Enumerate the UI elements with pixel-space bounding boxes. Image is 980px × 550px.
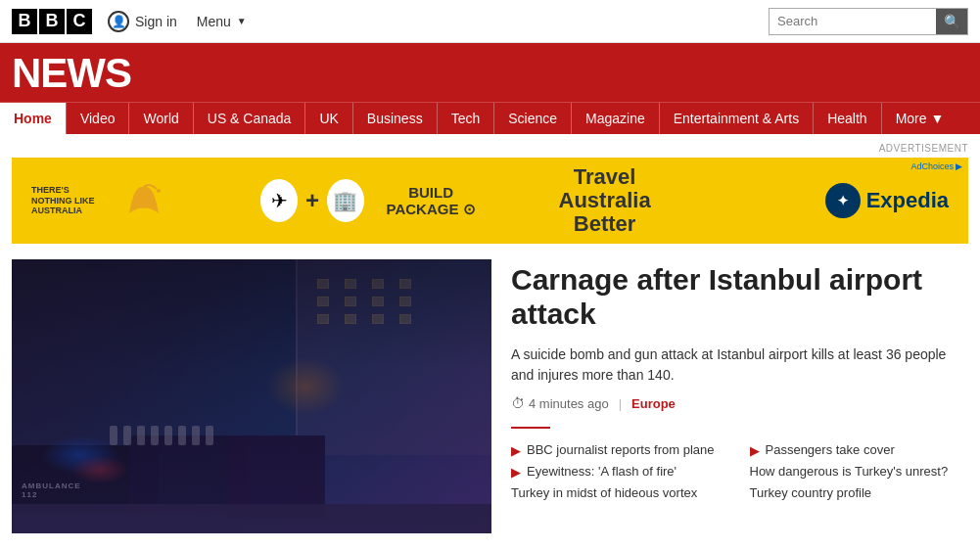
main-content: AMBULANCE112 Carnage after Istanbul airp… [0, 259, 980, 533]
ad-banner[interactable]: AdChoices ▶ THERE'S NOTHING LIKE AUSTRAL… [12, 158, 968, 244]
ad-label: ADVERTISEMENT [879, 143, 968, 154]
search-box: 🔍 [769, 8, 968, 35]
article-link-3[interactable]: How dangerous is Turkey's unrest? [750, 464, 969, 480]
nav-link-world[interactable]: World [129, 103, 192, 134]
article-link-text-0: BBC journalist reports from plane [527, 442, 714, 457]
ad-choices[interactable]: AdChoices ▶ [910, 161, 962, 171]
nav-item-tech[interactable]: Tech [437, 103, 494, 134]
article-meta: ⏱ 4 minutes ago | Europe [511, 395, 968, 411]
nav-link-us-canada[interactable]: US & Canada [194, 103, 305, 134]
nav-link-uk[interactable]: UK [305, 103, 351, 134]
play-icon-1: ▶ [750, 443, 760, 458]
nav-item-more[interactable]: More ▼ [881, 103, 958, 134]
article-text: Carnage after Istanbul airport attack A … [511, 259, 968, 533]
article-link-text-1: Passengers take cover [766, 442, 895, 457]
article-time: ⏱ 4 minutes ago [511, 395, 609, 411]
article-links: ▶ BBC journalist reports from plane ▶ Pa… [511, 442, 968, 500]
expedia-circle-icon: ✦ [825, 183, 861, 218]
nav-link-more[interactable]: More ▼ [882, 103, 958, 134]
ad-nothing-like-text: THERE'S NOTHING LIKE AUSTRALIA [31, 185, 110, 216]
news-title: NEWS [12, 53, 968, 94]
top-bar: B B C 👤 Sign in Menu ▼ 🔍 [0, 0, 980, 43]
bbc-block-b1: B [12, 9, 37, 34]
building-icon: 🏢 [327, 179, 364, 222]
menu-arrow-icon: ▼ [237, 16, 247, 26]
more-chevron-icon: ▼ [931, 111, 945, 126]
scene-overlay [12, 259, 491, 533]
nav-item-health[interactable]: Health [813, 103, 880, 134]
article-link-text-3: How dangerous is Turkey's unrest? [750, 464, 949, 479]
nav-link-entertainment[interactable]: Entertainment & Arts [660, 103, 813, 134]
nav-item-uk[interactable]: UK [304, 103, 351, 134]
nav-link-business[interactable]: Business [353, 103, 437, 134]
travel-text: TravelAustraliaBetter [490, 165, 720, 237]
nav-item-us-canada[interactable]: US & Canada [193, 103, 305, 134]
nav-item-business[interactable]: Business [352, 103, 437, 134]
build-package-text: BUILD PACKAGE ⊙ [372, 184, 490, 218]
nav-link-home[interactable]: Home [0, 103, 66, 134]
svg-point-0 [157, 189, 161, 193]
expedia-name: Expedia [866, 188, 949, 213]
scene: AMBULANCE112 [12, 259, 491, 533]
expedia-logo: ✦ Expedia [825, 183, 949, 218]
ad-container: ADVERTISEMENT [0, 134, 980, 158]
nav-bar: Home Video World US & Canada UK Business… [0, 102, 980, 134]
europe-link[interactable]: Europe [631, 396, 676, 411]
article-link-text-5: Turkey country profile [750, 485, 872, 500]
australia-logo [119, 179, 168, 223]
more-label: More [896, 111, 927, 126]
article-link-0[interactable]: ▶ BBC journalist reports from plane [511, 442, 730, 458]
clock-icon: ⏱ [511, 395, 525, 411]
article-summary: A suicide bomb and gun attack at Istanbu… [511, 344, 968, 386]
search-input[interactable] [770, 9, 936, 34]
article-link-1[interactable]: ▶ Passengers take cover [750, 442, 969, 458]
article-headline[interactable]: Carnage after Istanbul airport attack [511, 263, 968, 331]
bbc-block-c: C [67, 9, 92, 34]
news-header: NEWS [0, 43, 980, 102]
nav-link-science[interactable]: Science [494, 103, 571, 134]
nav-link-health[interactable]: Health [814, 103, 880, 134]
ad-section-travel: TravelAustraliaBetter [490, 165, 720, 237]
article-link-5[interactable]: Turkey country profile [750, 485, 969, 500]
menu-label: Menu [197, 14, 231, 29]
nav-item-magazine[interactable]: Magazine [571, 103, 659, 134]
nav-link-magazine[interactable]: Magazine [572, 103, 659, 134]
sign-in-label: Sign in [135, 14, 177, 29]
article-link-2[interactable]: ▶ Eyewitness: 'A flash of fire' [511, 464, 730, 480]
build-package: BUILD PACKAGE ⊙ [372, 184, 490, 218]
menu-button[interactable]: Menu ▼ [197, 14, 247, 29]
ad-choices-label: AdChoices [910, 161, 954, 171]
nav-link-tech[interactable]: Tech [438, 103, 494, 134]
article-divider [511, 427, 550, 429]
sign-in-button[interactable]: 👤 Sign in [108, 11, 177, 32]
ad-choices-icon: ▶ [956, 161, 962, 171]
ad-section-package: ✈ + 🏢 BUILD PACKAGE ⊙ [260, 179, 490, 222]
play-icon-2: ▶ [511, 465, 521, 480]
nav-item-world[interactable]: World [128, 103, 192, 134]
plus-icon: + [305, 187, 319, 214]
search-button[interactable]: 🔍 [936, 9, 967, 34]
article-link-4[interactable]: Turkey in midst of hideous vortex [511, 485, 730, 500]
article-link-text-2: Eyewitness: 'A flash of fire' [527, 464, 677, 479]
nav-item-home[interactable]: Home [0, 103, 66, 134]
bbc-logo[interactable]: B B C [12, 9, 92, 34]
meta-divider: | [619, 396, 622, 411]
article-image[interactable]: AMBULANCE112 [12, 259, 491, 533]
nav-item-science[interactable]: Science [493, 103, 571, 134]
nav-item-entertainment[interactable]: Entertainment & Arts [659, 103, 813, 134]
ad-section-australia: THERE'S NOTHING LIKE AUSTRALIA [31, 179, 260, 223]
bbc-block-b2: B [39, 9, 65, 34]
nav-item-video[interactable]: Video [66, 103, 129, 134]
time-ago: 4 minutes ago [529, 396, 609, 411]
article-link-text-4: Turkey in midst of hideous vortex [511, 485, 697, 500]
plane-icon: ✈ [260, 179, 298, 222]
ad-section-expedia: ✦ Expedia [720, 183, 949, 218]
avatar-icon: 👤 [108, 11, 129, 32]
nav-link-video[interactable]: Video [67, 103, 129, 134]
play-icon-0: ▶ [511, 443, 521, 458]
